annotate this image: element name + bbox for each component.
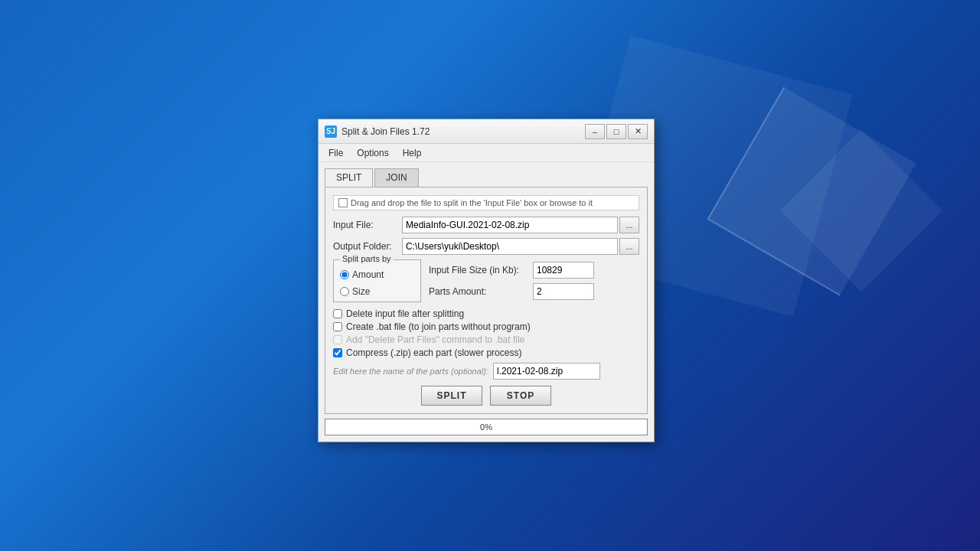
checkbox-delete-input-control[interactable] (333, 309, 342, 318)
close-button[interactable]: ✕ (628, 124, 648, 139)
main-dialog: SJ Split & Join Files 1.72 – □ ✕ File Op… (318, 119, 655, 442)
checkbox-add-delete-cmd-label: Add "Delete Part Files" command to .bat … (346, 334, 524, 345)
checkbox-delete-input-label[interactable]: Delete input file after splitting (346, 308, 464, 319)
checkbox-section: Delete input file after splitting Create… (333, 308, 639, 358)
file-size-label: Input File Size (in Kb): (429, 265, 528, 276)
progress-bar-text: 0% (480, 422, 492, 432)
parts-name-row: Edit here the name of the parts (optiona… (333, 363, 639, 380)
file-size-field[interactable] (533, 262, 594, 279)
main-panel: Drag and drop the file to split in the '… (325, 187, 648, 414)
checkbox-compress-zip[interactable]: Compress (.zip) each part (slower proces… (333, 347, 639, 358)
tab-split[interactable]: SPLIT (325, 168, 373, 187)
split-right-panel: Input File Size (in Kb): Parts Amount: (429, 259, 639, 302)
menu-bar: File Options Help (318, 144, 654, 162)
checkbox-compress-zip-label[interactable]: Compress (.zip) each part (slower proces… (346, 347, 521, 358)
split-options-area: Split parts by Amount Size Input File Si… (333, 259, 639, 302)
checkbox-create-bat-label[interactable]: Create .bat file (to join parts without … (346, 321, 531, 332)
content-area: SPLIT JOIN Drag and drop the file to spl… (318, 162, 654, 442)
file-size-row: Input File Size (in Kb): (429, 262, 639, 279)
window-controls: – □ ✕ (585, 124, 648, 139)
split-parts-group: Split parts by Amount Size (333, 259, 421, 302)
output-folder-field[interactable] (402, 238, 618, 255)
menu-options[interactable]: Options (350, 145, 395, 161)
radio-size-label[interactable]: Size (352, 286, 370, 297)
checkbox-add-delete-cmd-control (333, 335, 342, 344)
output-folder-browse-button[interactable]: ... (619, 238, 639, 255)
input-file-row: Input File: ... (333, 217, 639, 233)
menu-file[interactable]: File (322, 145, 350, 161)
tab-join[interactable]: JOIN (374, 168, 418, 187)
radio-amount-item[interactable]: Amount (340, 269, 414, 280)
split-button[interactable]: SPLIT (421, 386, 482, 406)
input-file-browse-button[interactable]: ... (619, 217, 639, 233)
minimize-button[interactable]: – (585, 124, 605, 139)
parts-amount-label: Parts Amount: (429, 286, 528, 297)
radio-size-item[interactable]: Size (340, 286, 414, 297)
title-bar: SJ Split & Join Files 1.72 – □ ✕ (318, 119, 654, 144)
maximize-button[interactable]: □ (606, 124, 626, 139)
checkbox-create-bat[interactable]: Create .bat file (to join parts without … (333, 321, 639, 332)
menu-help[interactable]: Help (396, 145, 429, 161)
radio-amount-label[interactable]: Amount (352, 269, 384, 280)
input-file-label: Input File: (333, 220, 402, 230)
input-file-field[interactable] (402, 217, 618, 233)
radio-size[interactable] (340, 287, 349, 296)
hint-bar: Drag and drop the file to split in the '… (333, 195, 639, 210)
output-folder-row: Output Folder: ... (333, 238, 639, 255)
tab-bar: SPLIT JOIN (325, 168, 648, 187)
stop-button[interactable]: STOP (490, 386, 551, 406)
checkbox-delete-input[interactable]: Delete input file after splitting (333, 308, 639, 319)
radio-amount[interactable] (340, 270, 349, 279)
checkbox-compress-zip-control[interactable] (333, 348, 342, 357)
checkbox-add-delete-cmd: Add "Delete Part Files" command to .bat … (333, 334, 639, 345)
parts-name-label: Edit here the name of the parts (optiona… (333, 367, 488, 376)
parts-name-field[interactable] (493, 363, 600, 380)
checkbox-create-bat-control[interactable] (333, 322, 342, 331)
hint-text: Drag and drop the file to split in the '… (351, 198, 593, 207)
progress-bar-container: 0% (325, 419, 648, 435)
output-folder-label: Output Folder: (333, 241, 402, 252)
parts-amount-row: Parts Amount: (429, 283, 639, 300)
action-buttons: SPLIT STOP (333, 386, 639, 406)
window-title: Split & Join Files 1.72 (341, 126, 585, 137)
group-title: Split parts by (340, 254, 394, 263)
parts-amount-field[interactable] (533, 283, 594, 300)
app-icon: SJ (325, 126, 337, 138)
